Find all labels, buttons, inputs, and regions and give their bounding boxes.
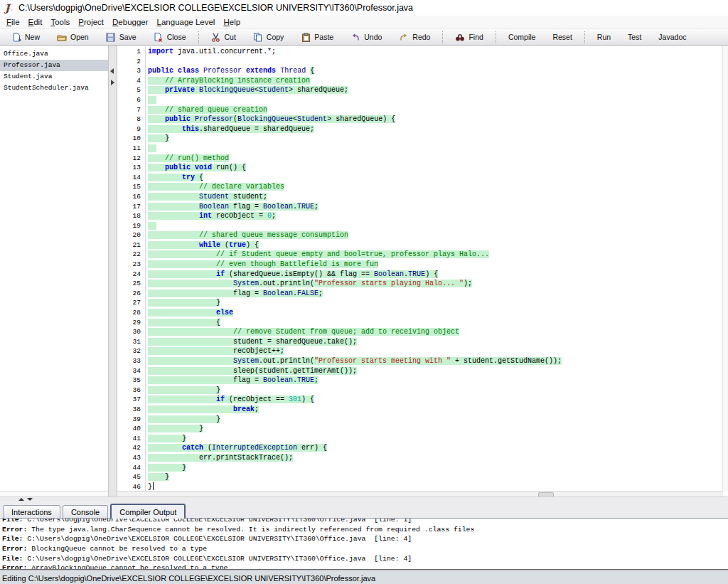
toolbar-close-button[interactable]: Close bbox=[147, 31, 193, 43]
line-number: 22 bbox=[117, 250, 146, 260]
window-title: C:\Users\dogpig\OneDrive\EXCELSIOR COLLE… bbox=[18, 3, 413, 13]
line-number: 5 bbox=[117, 85, 146, 95]
file-item-studentscheduler-java[interactable]: StudentScheduler.java bbox=[0, 83, 108, 94]
line-number: 32 bbox=[117, 346, 146, 356]
save-floppy-icon bbox=[106, 33, 116, 42]
menu-language-level[interactable]: Language Level bbox=[153, 17, 220, 27]
toolbar-open-button[interactable]: Open bbox=[50, 31, 95, 43]
file-item-student-java[interactable]: Student.java bbox=[0, 71, 108, 83]
tab-interactions[interactable]: Interactions bbox=[3, 505, 60, 518]
line-number: 17 bbox=[117, 202, 146, 212]
close-document-icon bbox=[154, 33, 164, 42]
line-number: 21 bbox=[117, 240, 146, 250]
line-number: 24 bbox=[117, 270, 146, 280]
splitter-collapse-left-icon[interactable] bbox=[110, 68, 114, 74]
toolbar-button-label: Reset bbox=[552, 33, 572, 41]
toolbar-separator bbox=[584, 31, 585, 43]
menu-tools[interactable]: Tools bbox=[46, 17, 74, 27]
line-number: 30 bbox=[117, 327, 146, 337]
paste-clipboard-icon bbox=[301, 33, 311, 42]
line-number: 15 bbox=[117, 182, 146, 192]
code-line: 5 private BlockingQueue<Student> sharedQ… bbox=[117, 85, 723, 95]
toolbar-undo-button[interactable]: Undo bbox=[344, 31, 388, 43]
code-line: 26 flag = Boolean.FALSE; bbox=[117, 289, 723, 299]
editor-pane: 1import java.util.concurrent.*;23public … bbox=[117, 46, 728, 497]
editor-vscrollbar[interactable] bbox=[722, 46, 728, 492]
file-item-office-java[interactable]: Office.java bbox=[0, 48, 108, 60]
menu-debugger[interactable]: Debugger bbox=[108, 17, 153, 27]
toolbar-save-button[interactable]: Save bbox=[100, 31, 143, 43]
toolbar-redo-button[interactable]: Redo bbox=[392, 31, 437, 43]
code-line: 6 bbox=[117, 95, 723, 105]
compiler-output-pane: File: C:\Users\dogpig\OneDrive\EXCELSIOR… bbox=[0, 519, 728, 569]
code-line: 34 sleep(student.getTimerAmt()); bbox=[117, 366, 723, 376]
code-line: 8 public Professor(BlockingQueue<Student… bbox=[117, 115, 723, 124]
line-number: 43 bbox=[117, 453, 146, 463]
compiler-output-line: File: C:\Users\dogpig\OneDrive\EXCELSIOR… bbox=[2, 519, 728, 525]
editor-hscrollbar[interactable] bbox=[117, 491, 723, 497]
code-line: 37 if (recObject == 301) { bbox=[117, 395, 723, 405]
toolbar-run-button[interactable]: Run bbox=[591, 31, 617, 43]
toolbar-javadoc-button[interactable]: Javadoc bbox=[652, 31, 692, 43]
toolbar-button-label: Open bbox=[70, 33, 89, 41]
code-line: 3public class Professor extends Thread { bbox=[117, 66, 723, 76]
code-line: 16 Student student; bbox=[117, 192, 723, 202]
file-item-professor-java[interactable]: Professor.java bbox=[0, 60, 108, 71]
file-list-pane: Office.javaProfessor.javaStudent.javaStu… bbox=[0, 46, 108, 497]
toolbar-test-button[interactable]: Test bbox=[621, 31, 648, 43]
menu-edit[interactable]: Edit bbox=[24, 17, 47, 27]
splitter-collapse-down-icon[interactable] bbox=[27, 498, 33, 501]
line-number: 1 bbox=[117, 47, 146, 57]
code-line: 4 // ArrayBlocking instance creation bbox=[117, 76, 723, 86]
compiler-output-line: Error: ArrayBlockingQueue cannot be reso… bbox=[2, 563, 728, 569]
code-editor[interactable]: 1import java.util.concurrent.*;23public … bbox=[117, 46, 723, 492]
code-line: 13 public void run() { bbox=[117, 163, 723, 173]
toolbar-paste-button[interactable]: Paste bbox=[294, 31, 340, 43]
code-line: 33 System.out.println("Professor starts … bbox=[117, 356, 723, 366]
toolbar-button-label: Undo bbox=[364, 33, 382, 41]
line-number: 46 bbox=[117, 482, 146, 492]
compiler-output-line: File: C:\Users\dogpig\OneDrive\EXCELSIOR… bbox=[2, 534, 728, 544]
line-number: 41 bbox=[117, 434, 146, 444]
code-line: 1import java.util.concurrent.*; bbox=[117, 47, 723, 57]
tab-compiler-output[interactable]: Compiler Output bbox=[110, 504, 186, 519]
menu-file[interactable]: File bbox=[2, 17, 24, 27]
code-line: 41 } bbox=[117, 434, 723, 444]
toolbar-new-button[interactable]: New bbox=[5, 31, 46, 43]
code-line: 9 this.sharedQueue = sharedQueue; bbox=[117, 124, 723, 134]
line-number: 13 bbox=[117, 163, 146, 173]
line-number: 31 bbox=[117, 337, 146, 347]
splitter-expand-right-icon[interactable] bbox=[111, 80, 114, 85]
toolbar-reset-button[interactable]: Reset bbox=[546, 31, 578, 43]
main-split-pane: Office.javaProfessor.javaStudent.javaStu… bbox=[0, 46, 728, 497]
line-number: 4 bbox=[117, 76, 146, 86]
code-line: 45 } bbox=[117, 472, 723, 482]
line-number: 29 bbox=[117, 318, 146, 328]
toolbar-find-button[interactable]: Find bbox=[449, 31, 489, 43]
menu-project[interactable]: Project bbox=[74, 17, 108, 27]
code-line: 42 catch (InterruptedException err) { bbox=[117, 443, 723, 453]
toolbar-button-label: Find bbox=[469, 33, 483, 41]
pane-splitter[interactable] bbox=[108, 46, 117, 497]
code-line: 10 } bbox=[117, 134, 723, 144]
code-line: 35 flag = Boolean.TRUE; bbox=[117, 376, 723, 386]
line-number: 16 bbox=[117, 192, 146, 202]
code-line: 19 bbox=[117, 221, 723, 231]
toolbar-compile-button[interactable]: Compile bbox=[502, 31, 542, 43]
code-line: 14 try { bbox=[117, 173, 723, 183]
line-number: 7 bbox=[117, 105, 146, 115]
file-pane-hscrollbar[interactable] bbox=[0, 491, 108, 497]
compiler-output-line: Error: BlockingQueue cannot be resolved … bbox=[2, 544, 728, 554]
line-number: 39 bbox=[117, 415, 146, 425]
code-line: 11 bbox=[117, 144, 723, 154]
line-number: 33 bbox=[117, 356, 146, 366]
tab-console[interactable]: Console bbox=[63, 505, 108, 518]
toolbar-separator bbox=[496, 31, 496, 43]
toolbar-copy-button[interactable]: Copy bbox=[247, 31, 291, 43]
code-line: 43 err.printStackTrace(); bbox=[117, 453, 723, 463]
toolbar-cut-button[interactable]: Cut bbox=[205, 31, 242, 43]
splitter-collapse-up-icon[interactable] bbox=[18, 498, 24, 501]
bottom-splitter[interactable] bbox=[0, 497, 728, 502]
menu-help[interactable]: Help bbox=[219, 17, 245, 27]
text-cursor bbox=[153, 482, 154, 490]
